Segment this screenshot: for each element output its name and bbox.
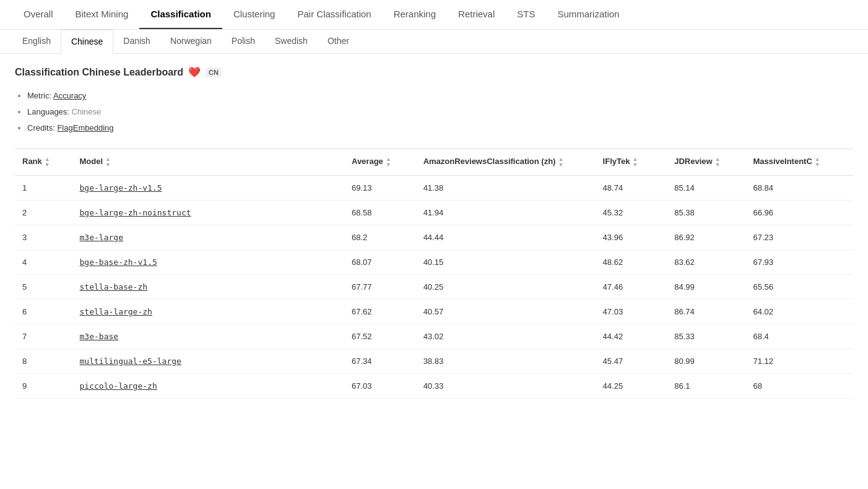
- credits-label: Credits:: [27, 123, 55, 132]
- model-link[interactable]: multilingual-e5-large: [80, 357, 181, 366]
- model-link[interactable]: bge-large-zh-noinstruct: [80, 208, 191, 217]
- amazon-cell: 40.33: [416, 374, 596, 399]
- average-cell: 68.2: [344, 225, 416, 250]
- table-row: 7m3e-base67.5243.0244.4285.3368.4: [15, 324, 853, 349]
- massive-cell: 68.84: [745, 176, 853, 201]
- col-header-average[interactable]: Average▲▼: [344, 149, 416, 176]
- model-link[interactable]: stella-large-zh: [80, 307, 152, 316]
- rank-cell: 5: [15, 275, 72, 300]
- title-text: Classification Chinese Leaderboard: [15, 67, 183, 78]
- rank-cell: 7: [15, 324, 72, 349]
- sub-navigation: EnglishChineseDanishNorwegianPolishSwedi…: [0, 30, 868, 54]
- info-list: Metric: Accuracy Languages: Chinese Cred…: [15, 88, 853, 136]
- flag-badge: CN: [206, 67, 222, 77]
- top-nav-tab-bitext-mining[interactable]: Bitext Mining: [64, 0, 140, 29]
- amazon-cell: 44.44: [416, 225, 596, 250]
- iflytek-cell: 47.03: [596, 300, 667, 324]
- sub-nav-tab-norwegian[interactable]: Norwegian: [160, 30, 222, 53]
- table-header: Rank▲▼Model▲▼Average▲▼AmazonReviewsClass…: [15, 149, 853, 176]
- model-link[interactable]: m3e-large: [80, 233, 123, 242]
- top-nav-tab-overall[interactable]: Overall: [12, 0, 64, 29]
- table-row: 5stella-base-zh67.7740.2547.4684.9965.56: [15, 275, 853, 300]
- model-link[interactable]: bge-base-zh-v1.5: [80, 257, 157, 267]
- col-header-amazon[interactable]: AmazonReviewsClassification (zh)▲▼: [416, 149, 596, 176]
- top-nav-tab-summarization[interactable]: Summarization: [546, 0, 630, 29]
- table-row: 9piccolo-large-zh67.0340.3344.2586.168: [15, 374, 853, 399]
- iflytek-cell: 47.46: [596, 275, 667, 300]
- model-cell[interactable]: m3e-large: [72, 225, 344, 250]
- jdreview-cell: 83.62: [667, 250, 745, 275]
- jdreview-cell: 86.1: [667, 374, 745, 399]
- top-nav-tab-retrieval[interactable]: Retrieval: [447, 0, 506, 29]
- col-header-jdreview[interactable]: JDReview▲▼: [667, 149, 745, 176]
- model-cell[interactable]: bge-large-zh-v1.5: [72, 176, 344, 201]
- table-row: 4bge-base-zh-v1.568.0740.1548.6283.6267.…: [15, 250, 853, 275]
- average-cell: 69.13: [344, 176, 416, 201]
- col-header-iflytek[interactable]: IFlyTek▲▼: [596, 149, 667, 176]
- average-cell: 67.77: [344, 275, 416, 300]
- average-cell: 68.07: [344, 250, 416, 275]
- massive-cell: 67.23: [745, 225, 853, 250]
- average-cell: 67.34: [344, 349, 416, 374]
- model-cell[interactable]: stella-base-zh: [72, 275, 344, 300]
- massive-cell: 67.93: [745, 250, 853, 275]
- amazon-cell: 40.57: [416, 300, 596, 324]
- massive-cell: 68.4: [745, 324, 853, 349]
- sub-nav-tab-other[interactable]: Other: [318, 30, 359, 53]
- table-row: 8multilingual-e5-large67.3438.8345.4780.…: [15, 349, 853, 374]
- iflytek-cell: 44.25: [596, 374, 667, 399]
- sub-nav-tab-english[interactable]: English: [12, 30, 61, 53]
- model-cell[interactable]: piccolo-large-zh: [72, 374, 344, 399]
- col-header-rank[interactable]: Rank▲▼: [15, 149, 72, 176]
- iflytek-cell: 43.96: [596, 225, 667, 250]
- table-body: 1bge-large-zh-v1.569.1341.3848.7485.1468…: [15, 176, 853, 399]
- table-row: 1bge-large-zh-v1.569.1341.3848.7485.1468…: [15, 176, 853, 201]
- amazon-cell: 40.25: [416, 275, 596, 300]
- amazon-cell: 41.38: [416, 176, 596, 201]
- languages-item: Languages: Chinese: [27, 104, 853, 120]
- table-header-row: Rank▲▼Model▲▼Average▲▼AmazonReviewsClass…: [15, 149, 853, 176]
- model-cell[interactable]: multilingual-e5-large: [72, 349, 344, 374]
- average-cell: 67.52: [344, 324, 416, 349]
- jdreview-cell: 85.14: [667, 176, 745, 201]
- top-nav-tab-reranking[interactable]: Reranking: [383, 0, 447, 29]
- rank-cell: 4: [15, 250, 72, 275]
- sub-nav-tab-chinese[interactable]: Chinese: [61, 30, 113, 54]
- jdreview-cell: 86.74: [667, 300, 745, 324]
- rank-cell: 8: [15, 349, 72, 374]
- average-cell: 67.03: [344, 374, 416, 399]
- model-link[interactable]: bge-large-zh-v1.5: [80, 183, 162, 193]
- average-cell: 68.58: [344, 201, 416, 225]
- sub-nav-tab-polish[interactable]: Polish: [222, 30, 265, 53]
- model-cell[interactable]: stella-large-zh: [72, 300, 344, 324]
- model-cell[interactable]: bge-base-zh-v1.5: [72, 250, 344, 275]
- model-cell[interactable]: bge-large-zh-noinstruct: [72, 201, 344, 225]
- metric-value[interactable]: Accuracy: [53, 91, 86, 100]
- model-link[interactable]: piccolo-large-zh: [80, 381, 157, 391]
- metric-item: Metric: Accuracy: [27, 88, 853, 104]
- languages-label: Languages:: [27, 107, 69, 116]
- top-nav-tab-sts[interactable]: STS: [506, 0, 546, 29]
- sub-nav-tab-swedish[interactable]: Swedish: [265, 30, 318, 53]
- model-link[interactable]: m3e-base: [80, 332, 119, 341]
- leaderboard-table: Rank▲▼Model▲▼Average▲▼AmazonReviewsClass…: [15, 149, 853, 399]
- credits-value[interactable]: FlagEmbedding: [57, 123, 113, 132]
- jdreview-cell: 85.33: [667, 324, 745, 349]
- model-cell[interactable]: m3e-base: [72, 324, 344, 349]
- amazon-cell: 41.94: [416, 201, 596, 225]
- massive-cell: 71.12: [745, 349, 853, 374]
- sub-nav-tab-danish[interactable]: Danish: [113, 30, 160, 53]
- rank-cell: 9: [15, 374, 72, 399]
- massive-cell: 64.02: [745, 300, 853, 324]
- col-header-model[interactable]: Model▲▼: [72, 149, 344, 176]
- jdreview-cell: 86.92: [667, 225, 745, 250]
- model-link[interactable]: stella-base-zh: [80, 282, 148, 292]
- top-nav-tab-clustering[interactable]: Clustering: [222, 0, 287, 29]
- top-nav-tab-classification[interactable]: Classification: [139, 0, 222, 29]
- info-section: Classification Chinese Leaderboard ❤️ CN…: [0, 54, 868, 142]
- col-header-massive[interactable]: MassiveIntentC▲▼: [745, 149, 853, 176]
- iflytek-cell: 44.42: [596, 324, 667, 349]
- top-nav-tab-pair-classification[interactable]: Pair Classification: [286, 0, 382, 29]
- iflytek-cell: 48.74: [596, 176, 667, 201]
- table-row: 2bge-large-zh-noinstruct68.5841.9445.328…: [15, 201, 853, 225]
